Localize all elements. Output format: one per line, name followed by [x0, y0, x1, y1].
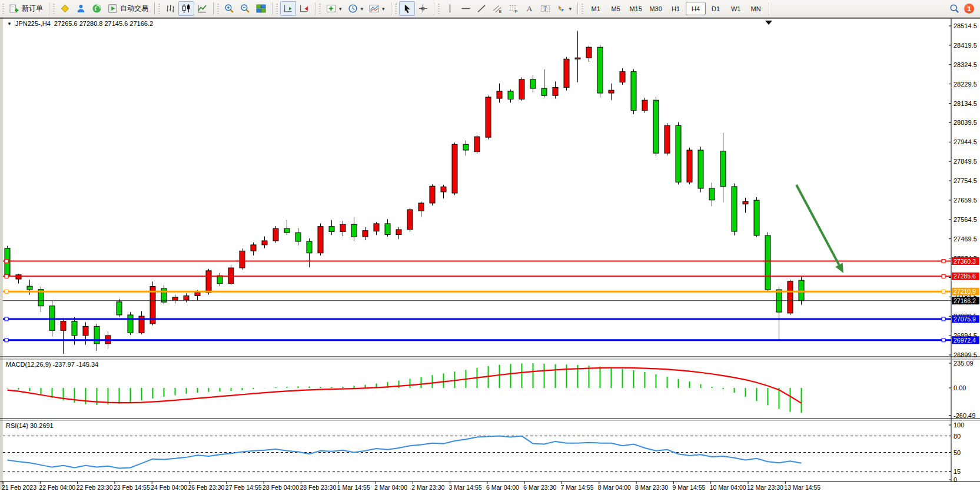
toolbar-grip[interactable] — [395, 4, 397, 14]
timeframe-mn-button[interactable]: MN — [746, 2, 766, 15]
candle[interactable] — [597, 47, 603, 93]
trendline-button[interactable] — [474, 1, 490, 16]
toolbar-grip[interactable] — [319, 4, 321, 14]
text-label-button[interactable]: T — [537, 1, 553, 16]
toolbar-grip[interactable] — [53, 4, 55, 14]
chart-shift-button[interactable] — [296, 1, 312, 16]
candle[interactable] — [240, 251, 245, 268]
candle[interactable] — [519, 79, 524, 99]
candle[interactable] — [206, 271, 211, 293]
horizontal-line-button[interactable] — [458, 1, 474, 16]
candle[interactable] — [709, 188, 715, 200]
indicators-button[interactable]: ▾ — [323, 1, 345, 16]
auto-trading-button[interactable]: 自动交易 — [105, 1, 151, 16]
candle-chart-mode-button[interactable] — [178, 1, 194, 16]
candle[interactable] — [418, 203, 424, 211]
chevron-down-icon[interactable]: ▾ — [361, 6, 364, 12]
candle[interactable] — [340, 224, 346, 231]
line-handle[interactable] — [942, 338, 945, 342]
toolbar-grip[interactable] — [438, 4, 440, 14]
candle[interactable] — [363, 231, 368, 237]
toolbar-grip[interactable] — [158, 4, 160, 14]
chevron-down-icon[interactable]: ▾ — [339, 6, 342, 12]
candle[interactable] — [687, 150, 692, 182]
candle[interactable] — [609, 90, 614, 93]
zoom-in-button[interactable] — [221, 1, 237, 16]
candle[interactable] — [530, 79, 536, 88]
candle[interactable] — [374, 224, 379, 231]
arrows-button[interactable]: ▾ — [553, 1, 575, 16]
line-handle[interactable] — [5, 338, 8, 342]
toolbar-grip[interactable] — [276, 4, 278, 14]
timeframe-h1-button[interactable]: H1 — [666, 2, 686, 15]
timeframe-m5-button[interactable]: M5 — [606, 2, 626, 15]
timeframe-m15-button[interactable]: M15 — [626, 2, 646, 15]
zoom-out-button[interactable] — [237, 1, 253, 16]
candle[interactable] — [329, 227, 334, 232]
chart-canvas[interactable]: 28514.528419.528324.528229.528134.528039… — [0, 18, 980, 498]
timeframe-m1-button[interactable]: M1 — [586, 2, 606, 15]
toolbar-grip[interactable] — [582, 4, 583, 14]
candle[interactable] — [788, 281, 793, 313]
candle[interactable] — [698, 150, 703, 188]
candle[interactable] — [307, 241, 312, 253]
candle[interactable] — [575, 58, 580, 59]
candle[interactable] — [318, 227, 323, 253]
line-handle[interactable] — [5, 290, 8, 293]
candle[interactable] — [396, 230, 401, 235]
candle[interactable] — [653, 100, 659, 153]
line-handle[interactable] — [942, 260, 945, 263]
market-profile-button[interactable] — [57, 1, 73, 16]
candle[interactable] — [564, 59, 569, 87]
candle[interactable] — [799, 280, 804, 301]
equidistant-channel-button[interactable]: E — [490, 1, 506, 16]
candle[interactable] — [553, 87, 558, 95]
candle[interactable] — [631, 72, 636, 111]
candle[interactable] — [463, 144, 469, 150]
candle[interactable] — [184, 296, 189, 300]
candle[interactable] — [586, 47, 592, 58]
candle[interactable] — [284, 228, 290, 233]
candle[interactable] — [61, 321, 66, 331]
candle[interactable] — [72, 321, 77, 336]
line-handle[interactable] — [942, 274, 945, 278]
candle[interactable] — [262, 241, 267, 245]
candle[interactable] — [351, 224, 357, 237]
candle[interactable] — [676, 125, 681, 182]
templates-button[interactable]: ▾ — [366, 1, 388, 16]
candle[interactable] — [508, 91, 513, 99]
candle[interactable] — [251, 245, 256, 251]
candle[interactable] — [497, 91, 502, 98]
text-button[interactable]: A — [521, 1, 537, 16]
candle[interactable] — [720, 151, 726, 187]
candle[interactable] — [295, 233, 301, 241]
timeframe-d1-button[interactable]: D1 — [706, 2, 726, 15]
candle[interactable] — [765, 235, 770, 290]
notification-badge[interactable]: 1 — [964, 4, 974, 14]
symbol-dropdown-icon[interactable]: ▼ — [7, 21, 12, 26]
auto-scroll-button[interactable] — [280, 1, 296, 16]
candle[interactable] — [441, 187, 446, 192]
chevron-down-icon[interactable]: ▾ — [382, 6, 385, 12]
candle[interactable] — [474, 137, 480, 152]
candle[interactable] — [665, 125, 670, 153]
candle[interactable] — [117, 302, 122, 315]
candle[interactable] — [743, 201, 748, 204]
candle[interactable] — [754, 200, 759, 235]
signals-button[interactable] — [89, 1, 105, 16]
tile-windows-button[interactable] — [253, 1, 269, 16]
candle[interactable] — [486, 97, 491, 137]
line-handle[interactable] — [5, 260, 8, 263]
timeframe-w1-button[interactable]: W1 — [726, 2, 746, 15]
candle[interactable] — [195, 293, 200, 296]
candle[interactable] — [172, 297, 178, 300]
line-handle[interactable] — [942, 317, 945, 321]
candle[interactable] — [16, 275, 21, 279]
fibonacci-button[interactable]: F — [506, 1, 521, 16]
timeframe-m30-button[interactable]: M30 — [646, 2, 666, 15]
candle[interactable] — [27, 286, 32, 290]
vertical-line-button[interactable] — [442, 1, 458, 16]
toolbar-grip[interactable] — [2, 4, 4, 14]
timeframe-h4-button[interactable]: H4 — [686, 2, 706, 15]
candle[interactable] — [642, 100, 647, 110]
